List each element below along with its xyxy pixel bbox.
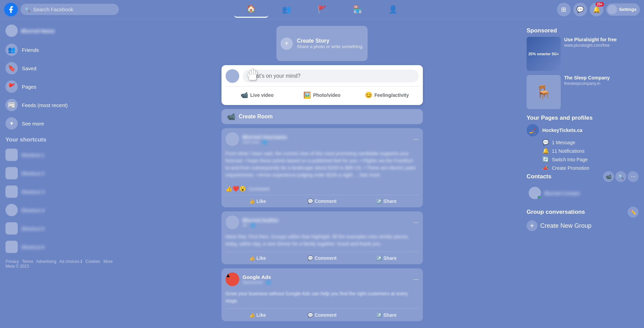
privacy-link[interactable]: Privacy bbox=[5, 259, 19, 264]
facebook-logo[interactable] bbox=[4, 3, 18, 16]
sponsored-name-2: The Sleep Company bbox=[564, 75, 639, 80]
post-options-3[interactable]: ··· bbox=[413, 276, 418, 283]
friends-icon: 👥 bbox=[282, 5, 291, 14]
shortcut-item-2[interactable]: Shortcut 2 bbox=[3, 164, 120, 182]
shortcut-avatar-5 bbox=[5, 222, 18, 235]
room-icon: 📹 bbox=[227, 113, 235, 121]
watch-icon: 🚩 bbox=[317, 5, 327, 14]
page-notifications-link[interactable]: 🔔 11 Notifications bbox=[542, 148, 639, 154]
create-story-title: Create Story bbox=[297, 38, 363, 44]
contacts-options-button[interactable]: ⋯ bbox=[628, 171, 639, 182]
page-switch-link[interactable]: 🔄 Switch Into Page bbox=[542, 156, 639, 163]
sponsored-item-2[interactable]: 🪑 The Sleep Company thesleepcompany.in bbox=[527, 75, 639, 109]
post-content-2: Have that, First then, Groups within tha… bbox=[221, 233, 423, 252]
post-options-1[interactable]: ··· bbox=[413, 136, 418, 143]
message-icon: 💬 bbox=[542, 139, 549, 146]
page-notifications-label: 11 Notifications bbox=[552, 148, 585, 154]
nav-marketplace[interactable]: 🏪 bbox=[341, 1, 375, 18]
advertising-link[interactable]: Advertising bbox=[36, 259, 56, 264]
nav-home[interactable]: 🏠 bbox=[234, 1, 268, 18]
plus-icon: + bbox=[527, 220, 538, 231]
sidebar-item-friends[interactable]: 👥 Friends bbox=[3, 41, 120, 59]
shortcut-avatar-4 bbox=[5, 204, 18, 216]
switch-icon: 🔄 bbox=[542, 156, 549, 163]
feeling-button[interactable]: 😊 Feeling/activity bbox=[355, 89, 419, 101]
share-button-3[interactable]: ↗️ Share bbox=[354, 309, 419, 321]
nav-watch[interactable]: 🚩 bbox=[305, 1, 339, 18]
post-input-row: What's on your mind? bbox=[226, 69, 419, 83]
post-username-3: Google Ads bbox=[243, 274, 410, 280]
messenger-button[interactable]: 💬 bbox=[573, 3, 587, 16]
more-link[interactable]: More bbox=[103, 259, 113, 264]
post-input[interactable]: What's on your mind? bbox=[243, 70, 419, 83]
comment-button-2[interactable]: 💬 Comment bbox=[290, 252, 354, 264]
create-room-bar[interactable]: 📹 Create Room bbox=[221, 109, 423, 124]
post-content-3: Grow your business without Google Ads ca… bbox=[221, 290, 423, 309]
page-promote-link[interactable]: 📣 Create Promotion bbox=[542, 165, 639, 171]
like-button-1[interactable]: 👍 Like bbox=[226, 195, 290, 207]
sidebar-item-saved[interactable]: 🔖 Saved bbox=[3, 59, 120, 77]
shortcut-avatar-1 bbox=[5, 149, 18, 161]
feeds-sidebar-icon: 📰 bbox=[5, 99, 18, 111]
sponsored-img-text-1: 25% smarter 5G+ bbox=[528, 52, 559, 56]
topnav-left: 🔍 Search Facebook bbox=[0, 3, 123, 16]
sponsored-name-1: Use Pluralsight for free bbox=[564, 37, 639, 42]
pages-sidebar-icon: 🚩 bbox=[5, 80, 18, 93]
new-group-icon-button[interactable]: ✏️ bbox=[628, 207, 639, 218]
comment-button-3[interactable]: 💬 Comment bbox=[290, 309, 354, 321]
shortcut-item-1[interactable]: Shortcut 1 bbox=[3, 146, 120, 164]
create-group-button[interactable]: + Create New Group bbox=[527, 220, 639, 231]
sidebar-item-pages[interactable]: 🚩 Pages bbox=[3, 78, 120, 95]
page-name: HockeyTickets.ca bbox=[542, 128, 582, 133]
shortcut-label-3: Shortcut 3 bbox=[21, 189, 44, 195]
sidebar-item-feeds[interactable]: 📰 Feeds (most recent) bbox=[3, 96, 120, 114]
shortcut-item-5[interactable]: Shortcut 5 bbox=[3, 220, 120, 237]
ad-choices-link[interactable]: Ad choices ℹ bbox=[59, 259, 82, 264]
page-message-link[interactable]: 💬 1 Message bbox=[542, 139, 639, 146]
post-user-info-1: Blurred Username Just now · 🌐 bbox=[243, 134, 410, 145]
nav-friends[interactable]: 👥 bbox=[270, 1, 304, 18]
shortcut-label-4: Shortcut 4 bbox=[21, 207, 44, 213]
feeling-label: Feeling/activity bbox=[374, 92, 409, 98]
notification-badge: 20+ bbox=[596, 2, 604, 6]
shortcut-avatar-3 bbox=[5, 185, 18, 198]
sidebar-friends-label: Friends bbox=[22, 47, 39, 53]
sidebar-user[interactable]: Blurred Name bbox=[3, 22, 120, 40]
photo-video-button[interactable]: 🖼️ Photo/video bbox=[290, 89, 354, 101]
search-contacts-button[interactable]: 🔍 bbox=[615, 171, 626, 182]
live-video-button[interactable]: 📹 Live video bbox=[226, 89, 289, 101]
sponsored-url-1: www.pluralsight.com/free bbox=[564, 43, 639, 48]
like-button-2[interactable]: 👍 Like bbox=[226, 252, 290, 264]
live-video-icon: 📹 bbox=[241, 91, 248, 99]
post-username-2: Blurred Author bbox=[243, 217, 410, 223]
see-more-button[interactable]: ▼ See more bbox=[3, 115, 120, 132]
share-button-2[interactable]: ↗️ Share bbox=[354, 252, 419, 264]
share-button-1[interactable]: ↗️ Share bbox=[354, 195, 419, 207]
shortcut-item-6[interactable]: Shortcut 6 bbox=[3, 238, 120, 256]
post-options-2[interactable]: ··· bbox=[413, 219, 418, 226]
shortcut-item-3[interactable]: Shortcut 3 bbox=[3, 183, 120, 200]
topnav: 🔍 Search Facebook 🏠 👥 🚩 🏪 👤 ⊞ 💬 🔔 20+ S bbox=[0, 0, 644, 19]
grid-menu-button[interactable]: ⊞ bbox=[557, 3, 571, 16]
feeling-icon: 😊 bbox=[365, 91, 372, 99]
notifications-button[interactable]: 🔔 20+ bbox=[590, 3, 603, 16]
user-menu-button[interactable]: Settings bbox=[606, 3, 640, 16]
contact-item-1[interactable]: Blurred Contact bbox=[527, 185, 639, 201]
post-footer-2: 👍 Like 💬 Comment ↗️ Share bbox=[226, 252, 419, 264]
see-more-label: See more bbox=[22, 121, 44, 126]
nav-groups[interactable]: 👤 bbox=[376, 1, 410, 18]
live-video-label: Live video bbox=[250, 92, 273, 98]
page-layout: Blurred Name 👥 Friends 🔖 Saved 🚩 Pages 📰… bbox=[0, 0, 644, 328]
shortcut-item-4[interactable]: Shortcut 4 bbox=[3, 201, 120, 219]
post-avatar-1 bbox=[226, 132, 239, 146]
sponsored-url-2: thesleepcompany.in bbox=[564, 81, 639, 86]
new-room-icon-button[interactable]: 📹 bbox=[603, 171, 614, 182]
terms-link[interactable]: Terms bbox=[22, 259, 33, 264]
search-box[interactable]: 🔍 Search Facebook bbox=[20, 4, 119, 15]
like-button-3[interactable]: 👍 Like bbox=[226, 309, 290, 321]
cookies-link[interactable]: Cookies bbox=[85, 259, 100, 264]
comment-button-1[interactable]: 💬 Comment bbox=[290, 195, 354, 207]
sponsored-item-1[interactable]: 25% smarter 5G+ Use Pluralsight for free… bbox=[527, 37, 639, 71]
shortcut-avatar-6 bbox=[5, 241, 18, 253]
create-story-card[interactable]: + Create Story Share a photo or write so… bbox=[276, 26, 368, 61]
